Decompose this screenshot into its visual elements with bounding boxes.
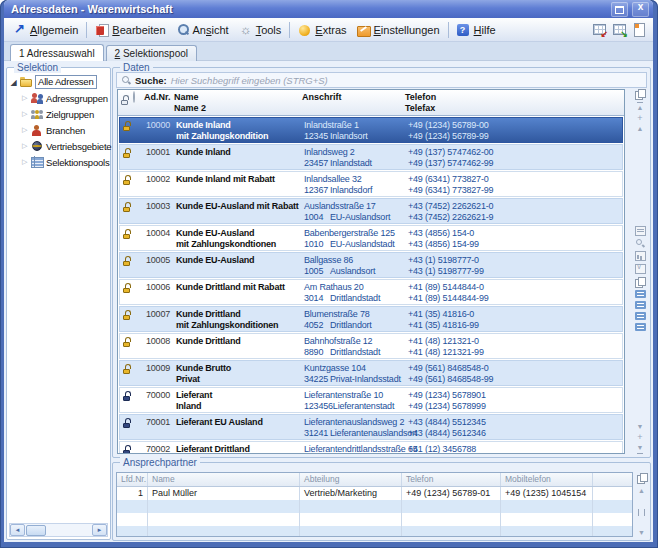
scrollbar-thumb[interactable] bbox=[26, 525, 46, 536]
column-header-anschrift[interactable]: Anschrift bbox=[302, 90, 405, 103]
contact-row[interactable]: 1 Paul Müller Vertrieb/Marketing +49 (12… bbox=[117, 487, 632, 500]
contact-mobile bbox=[500, 500, 592, 513]
tab-selektionspool[interactable]: 2 Selektionspool bbox=[106, 45, 197, 61]
scroll-down-icon[interactable]: ▼ bbox=[637, 423, 644, 431]
menu-einstellungen[interactable]: Einstellungen bbox=[352, 21, 445, 39]
view-mode-icon[interactable] bbox=[635, 290, 646, 298]
column-header-lock[interactable] bbox=[118, 90, 131, 108]
lock-icon bbox=[123, 445, 131, 454]
address-row[interactable]: 10001 Kunde Inland Inlandsweg 2 23457Inl… bbox=[119, 144, 623, 170]
column-header-telefon[interactable]: Telefon bbox=[401, 473, 500, 486]
list-view-icon[interactable] bbox=[635, 226, 646, 236]
street: Lieferantendrittlandsstraße 65 bbox=[304, 442, 407, 454]
scroll-left-icon[interactable]: ◄ bbox=[10, 524, 25, 536]
phone: +43 (1) 5198777-0 bbox=[408, 253, 622, 266]
column-chooser-icon[interactable] bbox=[635, 89, 645, 99]
fax: +41 (89) 5144844-99 bbox=[408, 293, 622, 304]
tree-item-label: Adressgruppen bbox=[46, 93, 108, 104]
address-row[interactable]: 10002 Kunde Inland mit Rabatt Inlandsall… bbox=[119, 171, 623, 197]
tab-adressauswahl[interactable]: 1 Adressauswahl bbox=[10, 44, 104, 61]
tree-collapsed-icon[interactable]: ▷ bbox=[20, 110, 29, 118]
scroll-down-icon[interactable]: ▼ bbox=[638, 529, 645, 537]
insert-record-icon[interactable]: + bbox=[637, 115, 642, 122]
contact-row[interactable] bbox=[117, 526, 632, 537]
address-row[interactable]: 10009 Kunde Brutto Privat Kuntzgasse 104… bbox=[119, 360, 623, 386]
address-row[interactable]: 10005 Kunde EU-Ausland Ballgasse 86 1005… bbox=[119, 252, 623, 278]
column-header-name[interactable]: Name bbox=[147, 473, 299, 486]
tree-item-selektionspools[interactable]: ▷ Selektionspools bbox=[9, 154, 108, 170]
address-row[interactable]: 70000 Lieferant Inland Lieferantenstraße… bbox=[119, 387, 623, 413]
address-row[interactable]: 10006 Kunde Drittland mit Rabatt Am Rath… bbox=[119, 279, 623, 305]
table-import-icon[interactable] bbox=[613, 23, 627, 36]
splitter-handle-icon[interactable] bbox=[638, 509, 645, 516]
tree-item-label: Vertriebsgebiete bbox=[46, 141, 111, 152]
scroll-up-icon[interactable]: ▲ bbox=[638, 487, 645, 495]
address-row[interactable]: 70001 Lieferant EU Ausland Lieferantenau… bbox=[119, 414, 623, 440]
menu-tools[interactable]: Tools bbox=[234, 21, 287, 39]
menu-ansicht[interactable]: Ansicht bbox=[171, 21, 234, 39]
search-icon bbox=[121, 75, 131, 85]
contact-number bbox=[117, 513, 147, 526]
address-row[interactable]: 10000 Kunde Inland mit Zahlungskondition… bbox=[119, 117, 623, 143]
column-header-abteilung[interactable]: Abteilung bbox=[299, 473, 401, 486]
close-window-icon[interactable] bbox=[632, 2, 649, 17]
contact-row[interactable] bbox=[117, 513, 632, 526]
tree-collapsed-icon[interactable]: ▷ bbox=[20, 94, 29, 102]
tree-item-adressgruppen[interactable]: ▷ Adressgruppen bbox=[9, 90, 108, 106]
view-mode-icon[interactable] bbox=[635, 301, 646, 309]
street: Lieferantenstraße 10 bbox=[304, 388, 407, 401]
menu-allgemein[interactable]: Allgemein bbox=[8, 21, 83, 39]
city: Privat-Inlandsstadt bbox=[330, 374, 401, 384]
tree-horizontal-scrollbar[interactable]: ◄ ► bbox=[9, 523, 108, 537]
address-groups-icon bbox=[31, 92, 44, 104]
search-records-icon[interactable] bbox=[636, 239, 645, 248]
street: Blumenstraße 78 bbox=[304, 307, 407, 320]
address-row[interactable]: 10008 Kunde Drittland Bahnhofstraße 12 8… bbox=[119, 333, 623, 359]
tree-item-alle-adressen[interactable]: ◢ Alle Adressen bbox=[9, 74, 108, 90]
column-header-status[interactable] bbox=[131, 90, 144, 103]
address-row[interactable]: 70002 Lieferant Drittland Lieferantendri… bbox=[119, 441, 623, 454]
tree-item-vertriebsgebiete[interactable]: ▷ Vertriebsgebiete bbox=[9, 138, 108, 154]
contact-number bbox=[117, 500, 147, 513]
view-mode-icon[interactable] bbox=[635, 323, 646, 331]
tree-collapsed-icon[interactable]: ▷ bbox=[20, 142, 29, 150]
column-header-lfdnr[interactable]: Lfd.Nr. bbox=[117, 473, 147, 486]
address-row[interactable]: 10004 Kunde EU-Ausland mit Zahlungskondt… bbox=[119, 225, 623, 251]
restore-window-icon[interactable] bbox=[611, 2, 628, 17]
address-number: 10007 bbox=[146, 307, 170, 320]
chart-icon[interactable] bbox=[635, 251, 646, 261]
column-header-telefon[interactable]: TelefonTelefax bbox=[405, 90, 624, 114]
scroll-right-icon[interactable]: ► bbox=[92, 524, 107, 536]
new-document-icon[interactable] bbox=[633, 23, 645, 37]
tree-item-zielgruppen[interactable]: ▷ Zielgruppen bbox=[9, 106, 108, 122]
view-mode-icon[interactable] bbox=[635, 312, 646, 320]
ansprechpartner-panel: Ansprechpartner Lfd.Nr. Name Abteilung T… bbox=[112, 462, 651, 541]
column-header-mobiltelefon[interactable]: Mobiltelefon bbox=[500, 473, 592, 486]
tree-collapsed-icon[interactable]: ▷ bbox=[20, 126, 29, 134]
table-export-icon[interactable] bbox=[593, 23, 607, 36]
ansprechpartner-panel-label: Ansprechpartner bbox=[120, 457, 200, 468]
tree-item-branchen[interactable]: ▷ Branchen bbox=[9, 122, 108, 138]
column-chooser-icon[interactable] bbox=[637, 473, 647, 483]
copy-icon[interactable] bbox=[635, 277, 645, 287]
tree-collapsed-icon[interactable]: ▷ bbox=[20, 158, 29, 166]
scroll-up-icon[interactable]: ▲ bbox=[637, 125, 644, 133]
filter-icon[interactable] bbox=[635, 264, 646, 274]
column-header-adnr[interactable]: Ad.Nr. bbox=[144, 90, 168, 103]
folder-icon bbox=[20, 76, 33, 88]
address-row[interactable]: 10003 Kunde EU-Ausland mit Rabatt Auslan… bbox=[119, 198, 623, 224]
address-name2: mit Zahlungskondtionen bbox=[176, 239, 304, 250]
titlebar: Adressdaten - Warenwirtschaft bbox=[4, 0, 653, 18]
menu-hilfe[interactable]: Hilfe bbox=[452, 21, 501, 39]
address-row[interactable]: 10007 Kunde Drittland mit Zahlungskondit… bbox=[119, 306, 623, 332]
tree-expanded-icon[interactable]: ◢ bbox=[9, 78, 18, 87]
menu-extras[interactable]: Extras bbox=[293, 21, 351, 39]
contact-row[interactable] bbox=[117, 500, 632, 513]
menu-bearbeiten[interactable]: Bearbeiten bbox=[90, 21, 170, 39]
append-record-icon[interactable]: + bbox=[637, 434, 642, 441]
scroll-to-top-icon[interactable]: ▲ bbox=[637, 102, 644, 112]
search-input[interactable]: Suche: Hier Suchbegriff eingeben (STRG+S… bbox=[116, 72, 647, 88]
column-header-name[interactable]: NameName 2 bbox=[168, 90, 302, 114]
contact-department bbox=[299, 513, 401, 526]
scroll-to-bottom-icon[interactable]: ▼ bbox=[637, 444, 644, 454]
